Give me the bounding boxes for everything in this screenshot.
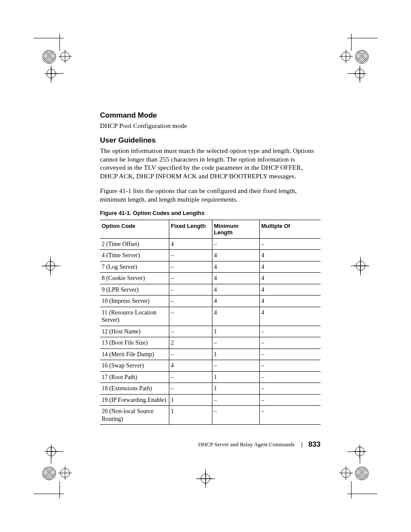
table-cell: 7 (Log Server) [100, 261, 169, 273]
table-cell: 11 (Resource Location Server) [100, 307, 169, 326]
print-mark-top-right [339, 34, 377, 85]
table-cell: – [169, 383, 212, 395]
table-row: 12 (Host Name)–1– [100, 326, 321, 337]
table-cell: – [259, 371, 321, 383]
print-mark-bottom-left [34, 447, 72, 498]
heading-user-guidelines: User Guidelines [100, 136, 321, 145]
footer-separator: | [301, 441, 302, 448]
table-cell: 4 (Time Server) [100, 250, 169, 261]
table-cell: – [212, 394, 259, 406]
table-cell: 1 [212, 371, 259, 383]
table-cell: 4 [212, 284, 259, 296]
table-header-row: Option Code Fixed Length Minimum Length … [100, 220, 321, 238]
table-row: 16 (Swap Server)4–– [100, 360, 321, 372]
table-row: 10 (Impress Server)–44 [100, 296, 321, 307]
table-cell: 4 [259, 250, 321, 261]
table-cell: – [259, 326, 321, 337]
table-cell: – [212, 238, 259, 250]
table-row: 9 (LPR Server)–44 [100, 284, 321, 296]
table-row: 11 (Resource Location Server)–44 [100, 307, 321, 326]
table-cell: 2 [169, 337, 212, 349]
table-cell: – [169, 371, 212, 383]
table-cell: 4 [259, 273, 321, 284]
table-cell: 1 [169, 406, 212, 425]
table-cell: – [212, 406, 259, 425]
table-cell: – [212, 337, 259, 349]
th-minimum-length: Minimum Length [212, 220, 259, 238]
table-row: 20 (Non-local Source Routing)1–– [100, 406, 321, 425]
table-cell: 4 [169, 360, 212, 372]
th-multiple-of: Multiple Of [259, 220, 321, 238]
table-cell: 4 [212, 296, 259, 307]
table-cell: 4 [169, 238, 212, 250]
table-cell: 1 [169, 394, 212, 406]
text-user-guidelines-1: The option information must match the se… [100, 146, 321, 180]
table-cell: – [169, 296, 212, 307]
table-cell: 20 (Non-local Source Routing) [100, 406, 169, 425]
table-cell: 16 (Swap Server) [100, 360, 169, 372]
table-cell: 4 [259, 284, 321, 296]
table-cell: – [169, 326, 212, 337]
print-mark-bottom-right [339, 447, 377, 498]
print-mark-top-left [34, 34, 72, 85]
th-option-code: Option Code [100, 220, 169, 238]
table-cell: 2 (Time Offset) [100, 238, 169, 250]
table-cell: 18 (Extensions Path) [100, 383, 169, 395]
print-mark-mid-right [351, 258, 368, 276]
table-cell: 4 [259, 296, 321, 307]
table-cell: – [259, 383, 321, 395]
table-cell: 8 (Cookie Server) [100, 273, 169, 284]
table-cell: – [169, 284, 212, 296]
table-cell: 4 [212, 250, 259, 261]
table-cell: – [169, 307, 212, 326]
table-row: 7 (Log Server)–44 [100, 261, 321, 273]
table-cell: 4 [212, 273, 259, 284]
table-cell: 9 (LPR Server) [100, 284, 169, 296]
table-cell: – [259, 337, 321, 349]
table-row: 14 (Merit File Dump)–1– [100, 348, 321, 360]
table-cell: 19 (IP Forwarding Enable) [100, 394, 169, 406]
text-command-mode: DHCP Pool Configuration mode [100, 121, 321, 130]
table-cell: 4 [212, 307, 259, 326]
table-cell: – [259, 406, 321, 425]
footer-section-title: DHCP Server and Relay Agent Commands [198, 441, 295, 448]
table-row: 4 (Time Server)–44 [100, 250, 321, 261]
table-cell: 10 (Impress Server) [100, 296, 169, 307]
table-cell: – [169, 273, 212, 284]
table-cell: 1 [212, 326, 259, 337]
table-row: 18 (Extensions Path)–1– [100, 383, 321, 395]
th-fixed-length: Fixed Length [169, 220, 212, 238]
table-cell: 1 [212, 383, 259, 395]
table-row: 8 (Cookie Server)–44 [100, 273, 321, 284]
heading-command-mode: Command Mode [100, 111, 321, 120]
table-row: 2 (Time Offset)4–– [100, 238, 321, 250]
page-footer: DHCP Server and Relay Agent Commands | 8… [198, 440, 321, 449]
table-row: 19 (IP Forwarding Enable)1–– [100, 394, 321, 406]
footer-page-number: 833 [308, 440, 321, 448]
table-cell: 12 (Host Name) [100, 326, 169, 337]
table-cell: 13 (Boot File Size) [100, 337, 169, 349]
table-cell: 4 [259, 307, 321, 326]
table-cell: – [169, 261, 212, 273]
text-user-guidelines-2: Figure 41-1 lists the options that can b… [100, 187, 321, 204]
table-cell: – [259, 394, 321, 406]
print-mark-mid-left [43, 258, 60, 276]
table-cell: 14 (Merit File Dump) [100, 348, 169, 360]
option-codes-table: Option Code Fixed Length Minimum Length … [100, 220, 321, 425]
table-cell: 4 [259, 261, 321, 273]
table-cell: – [169, 348, 212, 360]
table-cell: 17 (Root Path) [100, 371, 169, 383]
print-mark-bottom-center [197, 470, 214, 487]
table-cell: – [259, 348, 321, 360]
table-row: 17 (Root Path)–1– [100, 371, 321, 383]
table-cell: – [169, 250, 212, 261]
table-cell: – [259, 360, 321, 372]
table-cell: 1 [212, 348, 259, 360]
content-area: Command Mode DHCP Pool Configuration mod… [100, 111, 321, 425]
figure-caption: Figure 41-1. Option Codes and Lengths [100, 210, 321, 216]
table-row: 13 (Boot File Size)2–– [100, 337, 321, 349]
table-cell: – [212, 360, 259, 372]
table-cell: 4 [212, 261, 259, 273]
table-cell: – [259, 238, 321, 250]
